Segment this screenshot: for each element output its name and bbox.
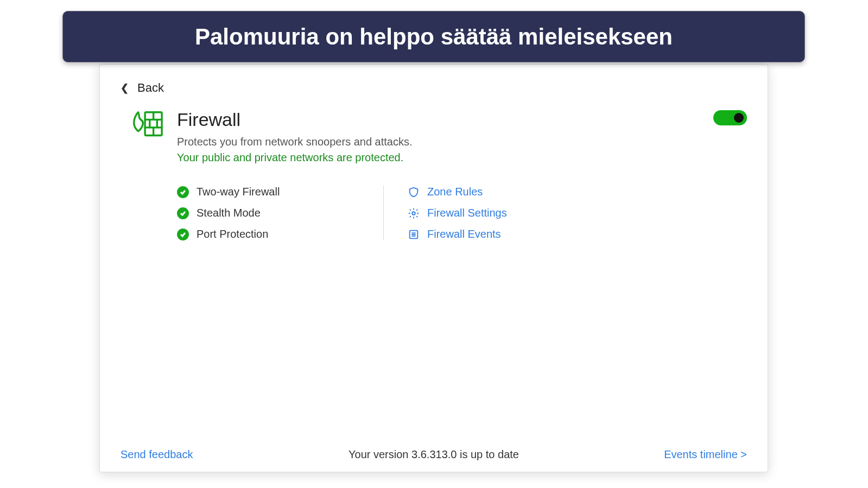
status-text: Your public and private networks are pro… — [177, 151, 413, 164]
check-icon — [177, 207, 189, 219]
firewall-icon — [130, 109, 164, 140]
column-divider — [383, 186, 384, 240]
check-icon — [177, 229, 189, 240]
feature-label: Two-way Firewall — [197, 186, 280, 198]
page-title: Firewall — [177, 109, 413, 130]
link-firewall-settings[interactable]: Firewall Settings — [408, 207, 507, 219]
shield-icon — [408, 186, 420, 198]
links-column: Zone Rules Firewall Settings Firewall Ev… — [408, 186, 507, 240]
back-button[interactable]: ❮ Back — [117, 81, 747, 95]
promo-title: Palomuuria on helppo säätää mieleiseksee… — [195, 24, 673, 50]
feature-label: Stealth Mode — [197, 207, 261, 219]
link-label: Firewall Settings — [427, 207, 507, 219]
version-label: Your version 3.6.313.0 is up to date — [349, 448, 519, 461]
firewall-panel: ❮ Back Firewall Protects you from networ… — [99, 64, 768, 472]
gear-icon — [408, 207, 420, 219]
page-description: Protects you from network snoopers and a… — [177, 136, 413, 148]
firewall-header-text: Firewall Protects you from network snoop… — [177, 109, 413, 164]
link-zone-rules[interactable]: Zone Rules — [408, 186, 507, 198]
content-columns: Two-way Firewall Stealth Mode Port Prote… — [177, 186, 747, 240]
footer-bar: Send feedback Your version 3.6.313.0 is … — [121, 439, 747, 461]
promo-banner: Palomuuria on helppo säätää mieleiseksee… — [62, 11, 805, 62]
events-timeline-link[interactable]: Events timeline > — [664, 448, 747, 461]
send-feedback-link[interactable]: Send feedback — [121, 448, 193, 461]
feature-stealth-mode: Stealth Mode — [177, 207, 383, 219]
feature-port-protection: Port Protection — [177, 228, 383, 240]
feature-two-way-firewall: Two-way Firewall — [177, 186, 383, 198]
check-icon — [177, 186, 189, 198]
svg-point-7 — [412, 212, 415, 215]
firewall-header: Firewall Protects you from network snoop… — [121, 109, 747, 164]
feature-label: Port Protection — [197, 228, 268, 240]
link-label: Zone Rules — [427, 186, 483, 198]
list-icon — [408, 229, 420, 240]
firewall-toggle[interactable] — [713, 110, 747, 125]
back-label: Back — [137, 81, 164, 95]
link-firewall-events[interactable]: Firewall Events — [408, 228, 507, 240]
features-column: Two-way Firewall Stealth Mode Port Prote… — [177, 186, 383, 240]
chevron-left-icon: ❮ — [117, 82, 129, 94]
link-label: Firewall Events — [427, 228, 501, 240]
